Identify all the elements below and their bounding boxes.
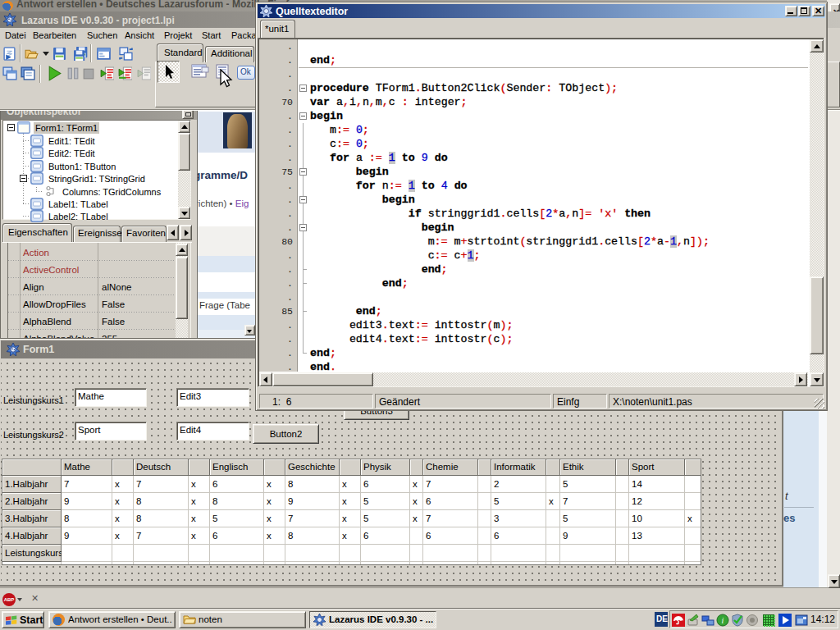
svg-text:i: i bbox=[722, 616, 724, 625]
